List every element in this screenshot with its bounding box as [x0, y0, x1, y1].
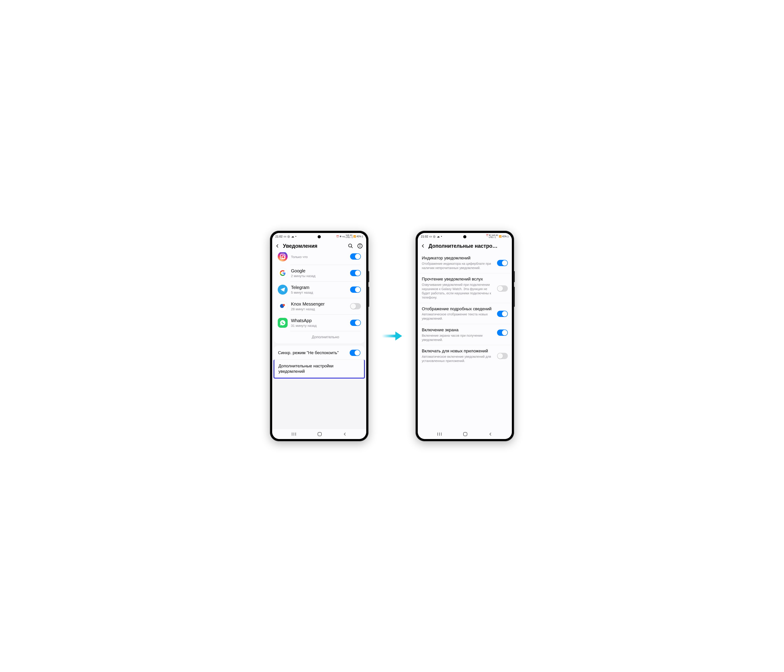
- advanced-title: Дополнительные настройки уведомлений: [278, 363, 360, 374]
- app-subtitle: 31 минуту назад: [291, 324, 350, 328]
- svg-point-0: [348, 244, 352, 247]
- app-subtitle: 5 минут назад: [291, 291, 350, 294]
- setting-title: Индикатор уведомлений: [422, 255, 494, 261]
- app-row-telegram[interactable]: Telegram 5 минут назад: [274, 282, 364, 298]
- toggle-instagram[interactable]: [350, 254, 361, 260]
- knox-icon: [277, 301, 288, 311]
- status-lte-icon: Vo8 4GLTE1 ⫶|: [345, 234, 353, 238]
- nav-home[interactable]: [463, 432, 468, 437]
- sync-dnd-row[interactable]: Синхр. режим "Не беспокоить": [274, 346, 364, 359]
- toggle-screenon[interactable]: [497, 330, 508, 336]
- status-signal-icon: 📶: [353, 235, 356, 238]
- page-title: Дополнительные настро…: [428, 243, 508, 249]
- setting-readaloud[interactable]: Прочтение уведомлений вслух Озвучивание …: [418, 273, 512, 303]
- status-time: 21:02: [421, 235, 428, 238]
- setting-desc: Включение экрана часов при получении уве…: [422, 333, 494, 342]
- sync-dnd-title: Синхр. режим "Не беспокоить": [278, 350, 347, 356]
- app-name: Knox Messenger: [291, 302, 350, 306]
- app-subtitle: 2 минуты назад: [291, 274, 350, 278]
- transition-arrow-icon: [382, 333, 402, 339]
- camera-notch: [463, 235, 467, 238]
- camera-notch: [317, 235, 321, 238]
- toggle-google[interactable]: [350, 270, 361, 276]
- more-button[interactable]: Дополнительно: [290, 331, 361, 343]
- status-left-icons: ▭ ◎ ☁ •: [283, 235, 297, 238]
- app-name: WhatsApp: [291, 318, 350, 323]
- toggle-knox[interactable]: [350, 303, 361, 310]
- app-row-knox[interactable]: Knox Messenger 28 минут назад: [274, 298, 364, 314]
- setting-desc: Автоматическое отображение текста новых …: [422, 312, 494, 321]
- battery-icon: ▯: [507, 235, 509, 238]
- nav-back[interactable]: [488, 432, 493, 436]
- svg-rect-12: [464, 432, 467, 436]
- setting-newapps[interactable]: Включать для новых приложений Автоматиче…: [418, 345, 512, 366]
- toggle-details[interactable]: [497, 311, 508, 317]
- app-row-whatsapp[interactable]: WhatsApp 31 минуту назад: [274, 314, 364, 331]
- setting-title: Включать для новых приложений: [422, 348, 494, 354]
- settings-list: Индикатор уведомлений Отображение индика…: [418, 252, 512, 429]
- phone-right: 21:02 ▭ ◎ ☁ • ⏰ ✻ Vo8 4G LTE1 ⫶| 📶 41% ▯…: [415, 231, 514, 441]
- info-icon[interactable]: [357, 243, 362, 249]
- setting-desc: Отображение индикатора на циферблате при…: [422, 261, 494, 270]
- setting-indicator[interactable]: Индикатор уведомлений Отображение индика…: [418, 252, 512, 273]
- setting-screenon[interactable]: Включение экрана Включение экрана часов …: [418, 324, 512, 345]
- navbar: [272, 429, 366, 439]
- setting-desc: Озвучивание уведомлений при подключении …: [422, 283, 494, 300]
- status-right-icons: ⏰ ✻ Vo8 4G LTE1 ⫶|: [486, 234, 498, 238]
- setting-title: Отображение подробных сведений: [422, 306, 494, 311]
- back-button[interactable]: [420, 243, 426, 249]
- appbar: Уведомления: [272, 240, 366, 252]
- phone-left: 21:02 ▭ ◎ ☁ • ⏰ ✻ VoⅬ Vo8 4GLTE1 ⫶| 📶 41…: [270, 231, 369, 441]
- app-subtitle: 28 минут назад: [291, 307, 350, 311]
- search-icon[interactable]: [348, 243, 353, 249]
- toggle-indicator[interactable]: [497, 260, 508, 266]
- app-subtitle: Только что: [291, 255, 350, 259]
- status-signal-icon: 📶: [499, 235, 501, 238]
- svg-point-2: [360, 244, 360, 245]
- content-area: Индикатор уведомлений Отображение индика…: [418, 252, 512, 429]
- status-left-icons: ▭ ◎ ☁ •: [429, 235, 442, 238]
- app-row-google[interactable]: Google 2 минуты назад: [274, 265, 364, 282]
- toggle-telegram[interactable]: [350, 286, 361, 293]
- app-name: Google: [291, 268, 350, 274]
- content-area: Instagram Только что Google 2 минуты наз…: [272, 252, 366, 429]
- nav-home[interactable]: [317, 432, 322, 437]
- page-title: Уведомления: [283, 243, 345, 249]
- setting-details[interactable]: Отображение подробных сведений Автоматич…: [418, 303, 512, 324]
- status-right-icons: ⏰ ✻ VoⅬ: [336, 235, 345, 238]
- nav-back[interactable]: [343, 432, 347, 436]
- nav-recents[interactable]: [437, 432, 442, 436]
- nav-recents[interactable]: [291, 432, 296, 436]
- google-icon: [277, 268, 288, 278]
- apps-card: Instagram Только что Google 2 минуты наз…: [274, 252, 364, 344]
- instagram-icon: [277, 252, 288, 261]
- screen-right: 21:02 ▭ ◎ ☁ • ⏰ ✻ Vo8 4G LTE1 ⫶| 📶 41% ▯…: [418, 233, 512, 439]
- status-time: 21:02: [275, 235, 283, 238]
- setting-title: Прочтение уведомлений вслух: [422, 277, 494, 282]
- battery-icon: ▯: [362, 235, 363, 238]
- toggle-newapps[interactable]: [497, 353, 508, 359]
- toggle-whatsapp[interactable]: [350, 320, 361, 326]
- svg-rect-8: [318, 432, 322, 436]
- setting-desc: Автоматическое включение уведомлений для…: [422, 355, 494, 363]
- toggle-readaloud[interactable]: [497, 285, 508, 292]
- advanced-notifications-row[interactable]: Дополнительные настройки уведомлений: [274, 359, 365, 378]
- toggle-sync-dnd[interactable]: [350, 350, 361, 356]
- svg-point-4: [283, 304, 285, 306]
- setting-title: Включение экрана: [422, 327, 494, 333]
- navbar: [418, 429, 512, 439]
- status-battery: 41%: [502, 235, 507, 238]
- screen-left: 21:02 ▭ ◎ ☁ • ⏰ ✻ VoⅬ Vo8 4GLTE1 ⫶| 📶 41…: [272, 233, 366, 439]
- status-battery: 41%: [356, 235, 361, 238]
- app-row-instagram[interactable]: Instagram Только что: [274, 252, 364, 265]
- telegram-icon: [277, 285, 288, 295]
- bottom-settings-card: Синхр. режим "Не беспокоить" Дополнитель…: [274, 345, 364, 379]
- back-button[interactable]: [274, 243, 281, 249]
- appbar: Дополнительные настро…: [418, 240, 512, 252]
- app-name: Telegram: [291, 285, 350, 290]
- whatsapp-icon: [277, 317, 288, 328]
